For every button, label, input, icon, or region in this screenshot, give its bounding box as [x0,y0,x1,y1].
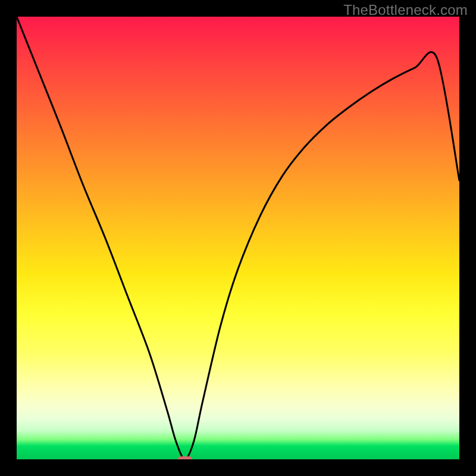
chart-frame: TheBottleneck.com [0,0,476,476]
curve-svg [17,17,459,459]
minimum-marker [178,456,192,459]
watermark-text: TheBottleneck.com [343,2,468,18]
plot-area [17,17,459,459]
bottleneck-curve-path [17,17,459,459]
